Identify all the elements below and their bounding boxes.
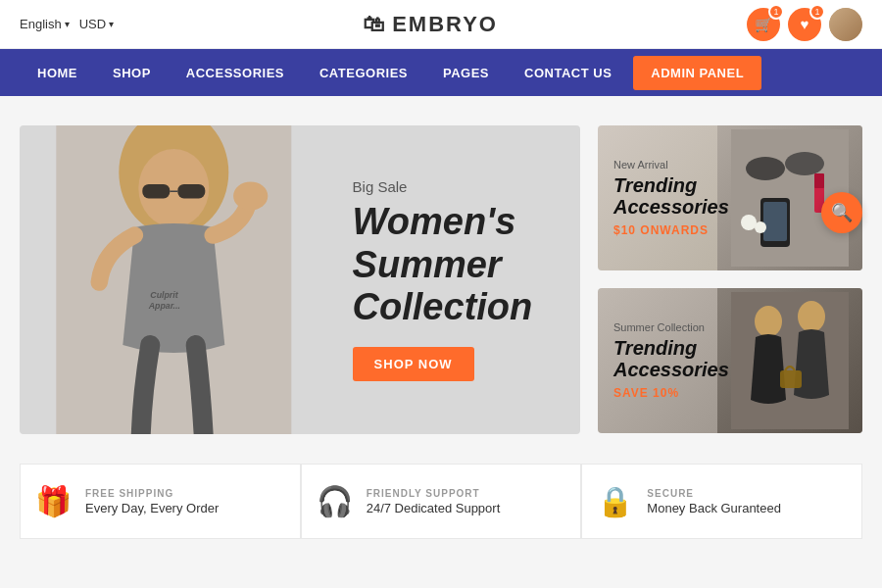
wishlist-button[interactable]: ♥ 1	[788, 8, 821, 41]
main-nav: HOME SHOP ACCESSORIES CATEGORIES PAGES C…	[0, 49, 882, 96]
svg-point-10	[746, 157, 785, 180]
wishlist-badge: 1	[809, 4, 825, 20]
shop-now-button[interactable]: SHOP NOW	[353, 347, 474, 381]
nav-shop[interactable]: SHOP	[95, 52, 169, 94]
side-banner-1: New Arrival Trending Accessories $10 ONW…	[598, 125, 862, 270]
nav-accessories[interactable]: ACCESSORIES	[169, 52, 302, 94]
avatar-image	[829, 8, 862, 41]
svg-rect-18	[731, 292, 849, 429]
feature-secure: 🔒 SECURE Money Back Guranteed	[581, 464, 862, 539]
feature-shipping-text: FREE SHIPPING Every Day, Every Order	[85, 488, 219, 515]
side-banner-2-subtitle: Summer Collection	[613, 321, 729, 333]
nav-pages[interactable]: PAGES	[425, 52, 507, 94]
side-banner-2-price: SAVE 10%	[613, 386, 729, 400]
search-fab[interactable]: 🔍	[821, 192, 862, 233]
hero-section: Culprit Appar... Big Sale Women's Summer…	[20, 125, 862, 434]
cart-button[interactable]: 🛒 1	[747, 8, 780, 41]
nav-contact[interactable]: CONTACT US	[507, 52, 629, 94]
logo[interactable]: 🛍 EMBRYO	[363, 12, 498, 37]
language-selector[interactable]: English	[20, 17, 70, 31]
logo-text: EMBRYO	[392, 12, 498, 37]
hero-title: Women's Summer Collection	[353, 201, 556, 329]
nav-categories[interactable]: CATEGORIES	[302, 52, 425, 94]
shipping-icon: 🎁	[35, 484, 72, 518]
feature-secure-text: SECURE Money Back Guranteed	[647, 488, 781, 515]
main-content: 🔍 Culprit Appar...	[0, 96, 882, 559]
side-banner-2-title: Trending Accessories	[613, 337, 729, 380]
svg-rect-13	[814, 173, 824, 188]
nav-home[interactable]: HOME	[20, 52, 95, 94]
currency-selector[interactable]: USD	[79, 17, 114, 31]
top-bar-right: 🛒 1 ♥ 1	[747, 8, 862, 41]
feature-support-desc: 24/7 Dedicated Support	[367, 501, 501, 515]
accessories-image-2	[731, 292, 849, 429]
hero-image: Culprit Appar...	[20, 125, 328, 434]
feature-shipping-desc: Every Day, Every Order	[85, 501, 219, 515]
side-banner-2-text: Summer Collection Trending Accessories S…	[598, 306, 745, 416]
svg-rect-15	[763, 202, 787, 241]
side-banner-1-text: New Arrival Trending Accessories $10 ONW…	[598, 143, 745, 253]
nav-admin[interactable]: ADMIN PANEL	[633, 56, 761, 90]
feature-support: 🎧 FRIENDLY SUPPORT 24/7 Dedicated Suppor…	[301, 464, 582, 539]
feature-secure-label: SECURE	[647, 488, 781, 499]
svg-point-11	[785, 152, 824, 175]
svg-point-17	[755, 221, 766, 233]
user-avatar[interactable]	[829, 8, 862, 41]
feature-secure-desc: Money Back Guranteed	[647, 501, 781, 515]
feature-support-text: FRIENDLY SUPPORT 24/7 Dedicated Support	[367, 488, 501, 515]
svg-text:Culprit: Culprit	[150, 290, 178, 300]
svg-rect-21	[780, 370, 802, 388]
features-strip: 🎁 FREE SHIPPING Every Day, Every Order 🎧…	[20, 464, 862, 539]
feature-shipping-label: FREE SHIPPING	[85, 488, 219, 499]
top-bar: English USD 🛍 EMBRYO 🛒 1 ♥ 1	[0, 0, 882, 49]
side-banner-1-price: $10 ONWARDS	[613, 223, 729, 237]
svg-point-19	[755, 306, 782, 337]
top-bar-left: English USD	[20, 17, 114, 31]
hero-banner: Culprit Appar... Big Sale Women's Summer…	[20, 125, 580, 434]
hero-tag: Big Sale	[353, 178, 556, 195]
support-icon: 🎧	[317, 484, 353, 518]
side-banners: New Arrival Trending Accessories $10 ONW…	[598, 125, 862, 434]
svg-point-20	[798, 301, 825, 332]
hero-text: Big Sale Women's Summer Collection SHOP …	[328, 149, 580, 411]
logo-icon: 🛍	[363, 12, 386, 37]
svg-point-8	[233, 182, 268, 211]
side-banner-2: Summer Collection Trending Accessories S…	[598, 288, 862, 433]
cart-badge: 1	[768, 4, 784, 20]
feature-shipping: 🎁 FREE SHIPPING Every Day, Every Order	[20, 464, 301, 539]
side-banner-1-subtitle: New Arrival	[613, 159, 729, 171]
svg-rect-4	[177, 184, 205, 198]
secure-icon: 🔒	[597, 484, 633, 518]
feature-support-label: FRIENDLY SUPPORT	[367, 488, 501, 499]
svg-text:Appar...: Appar...	[148, 301, 180, 311]
side-banner-1-title: Trending Accessories	[613, 174, 729, 218]
svg-rect-3	[142, 184, 170, 198]
